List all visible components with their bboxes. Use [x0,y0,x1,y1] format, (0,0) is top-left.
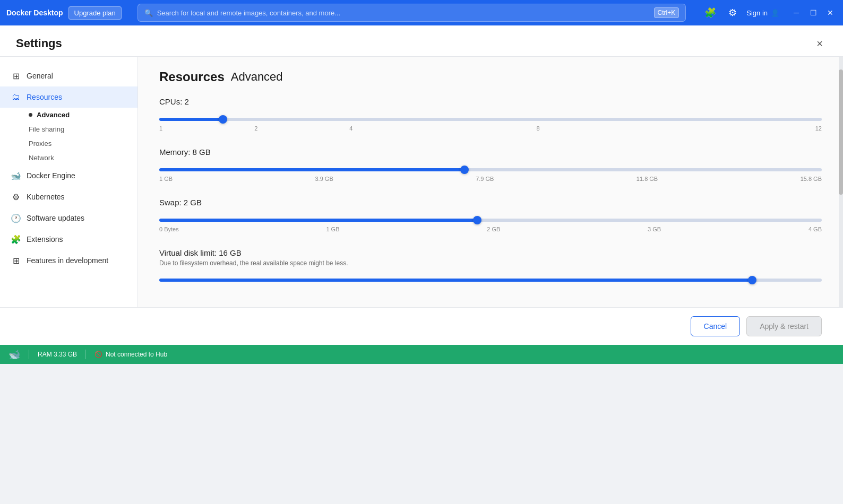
settings-icon[interactable]: ⚙ [724,4,741,21]
extensions-icon[interactable]: 🧩 [702,4,719,21]
search-placeholder: Search for local and remote images, cont… [157,9,340,17]
settings-header: Settings × [0,25,843,57]
minimize-button[interactable]: ─ [790,6,803,19]
close-button[interactable]: ✕ [824,6,837,19]
memory-slider[interactable] [159,168,822,171]
swap-label: Swap: 2 GB [159,198,822,207]
docker-footer-icon: 🐋 [8,349,20,360]
settings-content: ⊞ General 🗂 Resources Advanced File shar… [0,57,843,307]
ram-label: RAM 3.33 GB [38,351,77,358]
panel-title: Resources [159,69,225,84]
sidebar-item-label-extensions: Extensions [27,235,63,244]
footer-separator-2 [85,350,86,359]
search-bar[interactable]: 🔍 Search for local and remote images, co… [137,4,686,22]
sidebar-item-label-docker-engine: Docker Engine [27,171,75,180]
features-icon: ⊞ [11,255,21,266]
sidebar-sub-label-network: Network [29,154,54,162]
scrollbar[interactable] [839,57,843,307]
disk-section: Virtual disk limit: 16 GB Due to filesys… [159,248,822,284]
sidebar-item-resources[interactable]: 🗂 Resources [0,86,137,108]
sidebar-item-label-software-updates: Software updates [27,214,84,222]
panel-heading: Resources Advanced [159,69,822,84]
footer-network-item: 🚫 Not connected to Hub [94,351,167,358]
settings-close-button[interactable]: × [812,36,827,51]
sidebar-item-label-kubernetes: Kubernetes [27,193,65,201]
sidebar-sub-label-advanced: Advanced [37,111,70,119]
cpu-label: CPUs: 2 [159,97,822,106]
network-status-icon: 🚫 [94,351,102,358]
titlebar-actions: 🧩 ⚙ Sign in 👤 [702,4,779,21]
sidebar-item-label-resources: Resources [27,93,62,101]
sub-dot-advanced [29,113,32,117]
kubernetes-icon: ⚙ [11,192,21,202]
app-name: Docker Desktop [6,8,63,17]
sidebar-item-features-in-development[interactable]: ⊞ Features in development [0,250,137,271]
general-icon: ⊞ [11,71,21,81]
scrollbar-thumb[interactable] [839,69,843,195]
memory-label: Memory: 8 GB [159,147,822,157]
disk-label: Virtual disk limit: 16 GB [159,248,822,257]
sidebar-sub-item-advanced[interactable]: Advanced [27,108,137,122]
sidebar-item-kubernetes[interactable]: ⚙ Kubernetes [0,186,137,207]
action-row: Cancel Apply & restart [0,307,843,345]
apply-restart-button[interactable]: Apply & restart [746,316,822,336]
titlebar: Docker Desktop Upgrade plan 🔍 Search for… [0,0,843,25]
sidebar-item-docker-engine[interactable]: 🐋 Docker Engine [0,165,137,186]
extensions-sidebar-icon: 🧩 [11,234,21,245]
memory-ticks: 1 GB 3.9 GB 7.9 GB 11.8 GB 15.8 GB [159,176,822,182]
sidebar-item-label-general: General [27,72,53,80]
sidebar-sub-label-file-sharing: File sharing [29,125,64,133]
cpu-slider[interactable] [159,118,822,121]
sidebar: ⊞ General 🗂 Resources Advanced File shar… [0,57,138,307]
upgrade-plan-button[interactable]: Upgrade plan [68,6,122,20]
swap-ticks: 0 Bytes 1 GB 2 GB 3 GB 4 GB [159,226,822,232]
network-label: Not connected to Hub [106,351,167,358]
sidebar-sub-item-proxies[interactable]: Proxies [27,136,137,151]
settings-title: Settings [16,37,62,50]
user-avatar-icon: 👤 [771,9,779,17]
cpu-section: CPUs: 2 1 2 4 8 12 [159,97,822,132]
window-controls: ─ ☐ ✕ [790,6,837,19]
software-updates-icon: 🕐 [11,213,21,223]
footer-ram-item: RAM 3.33 GB [38,351,77,358]
sidebar-sub-items: Advanced File sharing Proxies Network [27,108,137,165]
sidebar-sub-label-proxies: Proxies [29,140,51,147]
sidebar-item-software-updates[interactable]: 🕐 Software updates [0,207,137,229]
sidebar-sub-item-network[interactable]: Network [27,151,137,165]
search-shortcut: Ctrl+K [654,7,679,18]
swap-section: Swap: 2 GB 0 Bytes 1 GB 2 GB 3 GB 4 GB [159,198,822,232]
memory-section: Memory: 8 GB 1 GB 3.9 GB 7.9 GB 11.8 GB … [159,147,822,182]
sidebar-item-extensions[interactable]: 🧩 Extensions [0,229,137,250]
cancel-button[interactable]: Cancel [691,316,741,336]
panel-scroll-area: Resources Advanced CPUs: 2 1 2 4 8 [138,57,843,307]
settings-container: Settings × ⊞ General 🗂 Resources Advance… [0,25,843,345]
disk-note: Due to filesystem overhead, the real ava… [159,259,822,267]
signin-label: Sign in [746,9,768,17]
panel-subtitle: Advanced [231,70,283,84]
footer-separator-1 [29,350,29,359]
sidebar-item-general[interactable]: ⊞ General [0,65,137,86]
main-panel: Resources Advanced CPUs: 2 1 2 4 8 [138,57,843,307]
footer-bar: 🐋 RAM 3.33 GB 🚫 Not connected to Hub [0,345,843,364]
search-icon: 🔍 [144,9,153,17]
maximize-button[interactable]: ☐ [807,6,820,19]
disk-slider[interactable] [159,279,822,282]
signin-button[interactable]: Sign in 👤 [746,9,779,17]
swap-slider[interactable] [159,219,822,222]
sidebar-sub-item-file-sharing[interactable]: File sharing [27,122,137,136]
sidebar-item-label-features: Features in development [27,256,108,265]
cpu-ticks: 1 2 4 8 12 [159,125,822,132]
resources-icon: 🗂 [11,92,21,102]
docker-engine-icon: 🐋 [11,170,21,181]
